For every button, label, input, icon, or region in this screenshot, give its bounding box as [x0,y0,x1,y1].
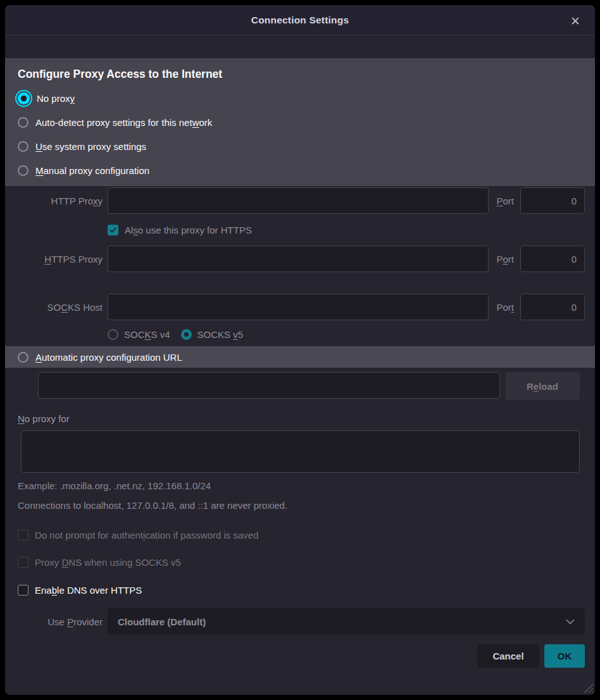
provider-select[interactable]: Cloudflare (Default) [108,608,585,635]
socks-port-label: Port [496,302,514,313]
radio-row-manual-proxy[interactable]: Manual proxy configuration [18,158,582,182]
http-port-input[interactable] [520,187,585,214]
pac-url-input[interactable] [38,372,500,399]
proxy-dns-label: Proxy DNS when using SOCKS v5 [35,557,181,568]
no-prompt-auth-row[interactable]: Do not prompt for authentication if pass… [18,530,595,541]
http-proxy-input[interactable] [108,187,489,214]
close-icon: ✕ [570,14,580,28]
https-proxy-row: HTTPS Proxy Port [15,246,585,272]
https-proxy-input[interactable] [108,246,489,272]
radio-label-no-proxy: No proxy [37,93,75,104]
pac-url-row: Reload [38,372,580,400]
proxy-dns-row[interactable]: Proxy DNS when using SOCKS v5 [18,557,595,568]
dialog-title: Connection Settings [251,15,349,26]
checkmark-icon [109,227,116,233]
ok-button[interactable]: OK [544,644,585,668]
also-https-row[interactable]: Also use this proxy for HTTPS [103,225,585,235]
no-prompt-auth-label: Do not prompt for authentication if pass… [35,530,259,541]
radio-label-auto-detect: Auto-detect proxy settings for this netw… [35,117,212,128]
provider-selected-value: Cloudflare (Default) [118,616,206,627]
dialog-footer: Cancel OK [15,644,585,668]
close-button[interactable]: ✕ [567,13,584,29]
http-proxy-label: HTTP Proxy [15,196,103,206]
also-https-checkbox[interactable] [108,225,118,235]
connection-settings-dialog: Connection Settings ✕ Configure Proxy Ac… [5,5,595,695]
enable-doh-checkbox[interactable] [18,585,28,596]
socks-host-row: SOCKS Host Port [15,294,585,320]
radio-no-proxy[interactable] [18,92,30,104]
proxy-mode-group: Configure Proxy Access to the Internet N… [5,58,595,186]
use-provider-label: Use Provider [15,616,103,627]
http-proxy-row: HTTP Proxy Port [15,187,585,214]
chevron-down-icon [566,619,575,625]
no-prompt-auth-checkbox[interactable] [18,530,28,541]
automatic-proxy-label: Automatic proxy configuration URL [35,352,182,363]
socks-v4-label: SOCKS v4 [124,329,170,340]
socks-v5-label: SOCKS v5 [197,329,244,340]
no-proxy-example-text: Example: .mozilla.org, .net.nz, 192.168.… [18,480,582,491]
enable-doh-row[interactable]: Enable DNS over HTTPS [18,585,595,596]
radio-manual-proxy[interactable] [18,165,28,176]
https-port-input[interactable] [520,246,585,272]
radio-label-manual-proxy: Manual proxy configuration [35,165,149,176]
radio-system-proxy[interactable] [18,141,28,152]
resize-grip[interactable] [583,683,593,693]
radio-row-no-proxy[interactable]: No proxy [18,86,582,110]
dialog-titlebar: Connection Settings ✕ [5,5,595,35]
localhost-note-text: Connections to localhost, 127.0.0.1/8, a… [18,500,582,511]
http-port-label: Port [496,196,514,206]
socks-host-input[interactable] [108,294,489,320]
cancel-button[interactable]: Cancel [477,644,539,668]
automatic-proxy-row[interactable]: Automatic proxy configuration URL [5,346,595,368]
socks-version-row: SOCKS v4 SOCKS v5 [103,329,585,340]
radio-row-auto-detect[interactable]: Auto-detect proxy settings for this netw… [18,110,582,134]
radio-auto-detect[interactable] [18,117,28,128]
doh-provider-row: Use Provider Cloudflare (Default) [5,608,595,635]
proxy-dns-checkbox[interactable] [18,557,28,568]
no-proxy-for-label: No proxy for [18,413,595,424]
manual-proxy-section: HTTP Proxy Port Also use this proxy for … [5,187,595,340]
enable-doh-label: Enable DNS over HTTPS [35,585,142,596]
reload-button[interactable]: Reload [505,372,580,400]
also-https-label: Also use this proxy for HTTPS [125,225,252,235]
radio-socks-v4[interactable] [108,329,118,340]
radio-socks-v5[interactable] [181,329,192,340]
socks-host-label: SOCKS Host [15,302,103,313]
radio-row-system-proxy[interactable]: Use system proxy settings [18,134,582,158]
radio-automatic-proxy[interactable] [18,352,28,363]
section-heading: Configure Proxy Access to the Internet [18,68,582,81]
no-proxy-for-textarea[interactable] [21,430,580,473]
socks-port-input[interactable] [520,294,585,320]
https-proxy-label: HTTPS Proxy [15,254,103,265]
https-port-label: Port [496,254,514,265]
radio-label-system-proxy: Use system proxy settings [35,141,146,152]
